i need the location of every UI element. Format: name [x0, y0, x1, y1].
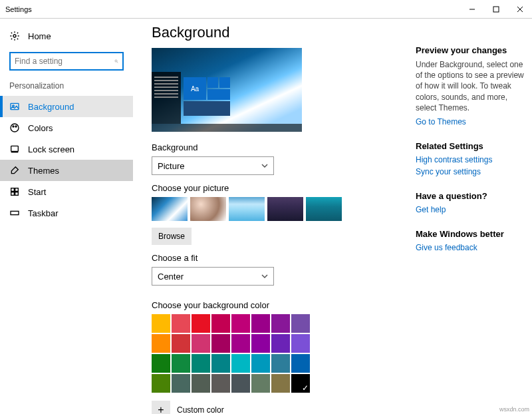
background-label: Background [152, 142, 408, 152]
background-dropdown[interactable]: Picture [152, 156, 274, 175]
color-swatch[interactable] [231, 354, 250, 373]
sync-settings-link[interactable]: Sync your settings [416, 167, 527, 176]
minimize-button[interactable] [460, 0, 484, 19]
go-to-themes-link[interactable]: Go to Themes [416, 117, 527, 126]
window-controls [460, 0, 532, 19]
sidebar: Home Personalization Background Colors L… [0, 19, 133, 414]
get-help-link[interactable]: Get help [416, 205, 527, 214]
svg-point-9 [11, 124, 19, 132]
home-button[interactable]: Home [0, 27, 133, 45]
picture-thumb[interactable] [190, 197, 226, 221]
color-swatch[interactable] [192, 314, 210, 333]
maximize-button[interactable] [484, 0, 508, 19]
svg-rect-16 [11, 192, 15, 196]
color-swatch[interactable] [251, 354, 270, 373]
sidebar-item-themes[interactable]: Themes [0, 160, 133, 181]
main-content: Background Aa Background Picture Choose … [133, 19, 416, 414]
color-swatch[interactable] [251, 314, 270, 333]
better-heading: Make Windows better [416, 229, 527, 239]
picture-thumb[interactable] [152, 197, 188, 221]
color-swatch[interactable] [211, 374, 230, 393]
question-heading: Have a question? [416, 191, 527, 201]
svg-point-10 [13, 126, 14, 127]
home-label: Home [28, 31, 51, 41]
sidebar-item-label: Themes [28, 166, 59, 176]
svg-rect-17 [15, 192, 19, 196]
svg-point-4 [13, 35, 16, 37]
dropdown-value: Picture [158, 161, 184, 171]
preview-tile [184, 101, 230, 116]
search-input[interactable] [9, 52, 124, 71]
color-swatch[interactable] [192, 334, 210, 353]
sidebar-item-lockscreen[interactable]: Lock screen [0, 138, 133, 160]
color-swatch[interactable] [271, 314, 290, 333]
color-swatch[interactable] [172, 314, 190, 333]
sidebar-item-label: Background [28, 102, 74, 112]
taskbar-icon [9, 208, 20, 218]
color-swatch[interactable] [152, 354, 170, 373]
color-swatch[interactable] [172, 334, 190, 353]
color-swatch[interactable] [231, 314, 250, 333]
picture-thumb[interactable] [306, 197, 342, 221]
browse-button[interactable]: Browse [152, 228, 192, 245]
sidebar-item-taskbar[interactable]: Taskbar [0, 202, 133, 224]
sidebar-item-start[interactable]: Start [0, 181, 133, 202]
custom-color-button[interactable]: + [152, 401, 170, 414]
titlebar: Settings [0, 0, 532, 19]
related-heading: Related Settings [416, 141, 527, 151]
feedback-link[interactable]: Give us feedback [416, 243, 527, 252]
close-button[interactable] [508, 0, 532, 19]
svg-line-6 [117, 62, 118, 63]
color-swatch[interactable] [291, 374, 310, 393]
sidebar-item-label: Colors [28, 123, 53, 133]
svg-rect-12 [11, 146, 19, 151]
color-swatch[interactable] [211, 314, 230, 333]
section-label: Personalization [0, 81, 133, 91]
color-swatch[interactable] [152, 334, 170, 353]
color-swatch[interactable] [291, 354, 310, 373]
picture-thumbs [152, 197, 408, 221]
color-swatch[interactable] [211, 354, 230, 373]
color-swatch[interactable] [291, 314, 310, 333]
color-swatch[interactable] [231, 374, 250, 393]
color-swatch[interactable] [152, 314, 170, 333]
color-swatch[interactable] [271, 354, 290, 373]
picture-icon [9, 101, 20, 112]
preview-tile-sample: Aa [184, 77, 206, 100]
color-swatch[interactable] [172, 354, 190, 373]
choose-picture-label: Choose your picture [152, 183, 408, 193]
color-swatch[interactable] [211, 334, 230, 353]
svg-point-5 [115, 60, 117, 62]
preview-tile [207, 77, 218, 88]
bg-color-label: Choose your background color [152, 300, 408, 310]
sidebar-item-label: Start [28, 187, 46, 197]
color-swatch[interactable] [231, 334, 250, 353]
color-swatch[interactable] [152, 374, 170, 393]
window-title: Settings [5, 5, 32, 13]
color-swatch[interactable] [251, 374, 270, 393]
color-swatch[interactable] [172, 374, 190, 393]
color-swatch[interactable] [291, 334, 310, 353]
dropdown-value: Center [158, 272, 184, 282]
sidebar-item-colors[interactable]: Colors [0, 117, 133, 138]
svg-rect-1 [493, 7, 499, 12]
chevron-down-icon [261, 162, 268, 169]
search-field[interactable] [15, 57, 114, 66]
preview-start-panel [152, 72, 181, 124]
search-icon [114, 57, 118, 66]
picture-thumb[interactable] [229, 197, 265, 221]
svg-rect-15 [15, 188, 19, 192]
color-swatch[interactable] [251, 334, 270, 353]
color-swatch[interactable] [271, 334, 290, 353]
preview-heading: Preview your changes [416, 45, 527, 55]
lock-icon [9, 144, 20, 154]
high-contrast-link[interactable]: High contrast settings [416, 155, 527, 164]
color-swatch[interactable] [271, 374, 290, 393]
sidebar-item-background[interactable]: Background [0, 96, 133, 117]
fit-dropdown[interactable]: Center [152, 267, 274, 286]
picture-thumb[interactable] [267, 197, 303, 221]
color-swatch[interactable] [192, 374, 210, 393]
svg-rect-14 [11, 188, 15, 192]
preview-tile [219, 77, 230, 88]
color-swatch[interactable] [192, 354, 210, 373]
